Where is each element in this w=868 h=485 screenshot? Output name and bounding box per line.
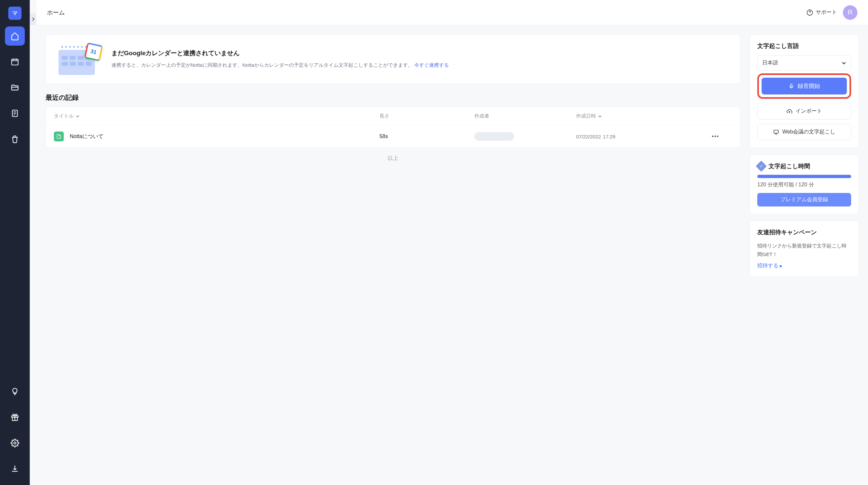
sidebar: マ (0, 0, 30, 485)
chevron-down-icon (842, 61, 846, 65)
row-author-placeholder (474, 132, 514, 141)
banner-title: まだGoogleカレンダーと連携されていません (112, 49, 449, 58)
usage-progress-bar (757, 175, 851, 178)
svg-rect-7 (774, 130, 778, 133)
transcription-time-card: ✓ 文字起こし時間 120 分使用可能 / 120 分 プレミアム会員登録 (750, 155, 859, 214)
sidebar-expand-toggle[interactable] (30, 13, 36, 25)
chevron-down-icon (598, 114, 602, 118)
table-row[interactable]: Nottaについて 58s 07/22/2022 17:29 ••• (46, 126, 740, 147)
row-more-button[interactable]: ••• (712, 133, 732, 139)
google-calendar-banner: 31 まだGoogleカレンダーと連携されていません 連携すると、カレンダー上の… (45, 34, 740, 84)
language-actions-card: 文字起こし言語 日本語 録音開始 (750, 34, 859, 148)
web-meeting-button[interactable]: Web会議の文字起こし (757, 124, 851, 140)
diamond-badge-icon: ✓ (755, 161, 767, 172)
notes-icon (10, 109, 19, 118)
gear-icon (10, 439, 19, 447)
language-value: 日本語 (762, 60, 778, 66)
transcription-language-title: 文字起こし言語 (757, 42, 851, 50)
calendar-icon (10, 58, 19, 66)
nav-tips[interactable] (5, 382, 25, 401)
nav-home[interactable] (5, 26, 25, 45)
nav-gift[interactable] (5, 408, 25, 427)
recent-records-heading: 最近の記録 (45, 93, 740, 102)
usage-text: 120 分使用可能 / 120 分 (757, 182, 851, 188)
google-calendar-icon: 31 (84, 43, 103, 61)
upload-cloud-icon (786, 108, 792, 114)
page-title: ホーム (47, 9, 65, 17)
lightbulb-icon (10, 387, 19, 396)
nav-calendar[interactable] (5, 52, 25, 71)
mic-icon (788, 83, 794, 89)
support-label: サポート (816, 9, 837, 16)
home-icon (10, 32, 19, 40)
help-icon (807, 9, 813, 16)
invite-title: 友達招待キャンペーン (757, 228, 851, 236)
language-select[interactable]: 日本語 (757, 55, 851, 71)
download-icon (10, 464, 19, 473)
calendar-illustration: 31 (55, 43, 101, 76)
svg-rect-0 (11, 59, 18, 65)
import-button[interactable]: インポート (757, 103, 851, 120)
start-recording-button[interactable]: 録音開始 (762, 78, 847, 95)
caret-right-icon: ▸ (780, 263, 782, 269)
record-button-highlight: 録音開始 (757, 73, 851, 99)
transcription-time-title: 文字起こし時間 (769, 162, 810, 170)
folder-icon (10, 83, 19, 92)
col-author: 作成者 (474, 113, 576, 119)
trash-icon (10, 135, 19, 143)
nav-trash[interactable] (5, 130, 25, 149)
records-table: タイトル 長さ 作成者 作成日時 (45, 107, 740, 148)
row-title: Nottaについて (70, 133, 103, 140)
row-date: 07/22/2022 (576, 133, 601, 140)
gift-icon (10, 413, 19, 422)
presentation-icon (773, 129, 779, 135)
app-logo[interactable]: マ (8, 7, 22, 20)
nav-notes[interactable] (5, 104, 25, 123)
nav-settings[interactable] (5, 433, 25, 453)
row-length: 58s (379, 133, 474, 139)
chevron-right-icon (31, 17, 35, 22)
banner-body: 連携すると、カレンダー上の予定がNottaに同期されます。Nottaからカレンダ… (112, 61, 449, 69)
col-length: 長さ (379, 113, 474, 119)
nav-folder[interactable] (5, 78, 25, 97)
invite-card: 友達招待キャンペーン 招待リンクから新規登録で文字起こし時間GET！ 招待する … (750, 221, 859, 277)
banner-connect-link[interactable]: 今すぐ連携する (414, 62, 449, 68)
invite-link[interactable]: 招待する ▸ (757, 262, 851, 269)
note-file-icon (54, 131, 64, 141)
user-avatar[interactable]: R (843, 5, 858, 20)
col-date[interactable]: 作成日時 (576, 113, 712, 119)
col-title[interactable]: タイトル (54, 113, 379, 119)
topbar: ホーム サポート R (36, 0, 868, 25)
row-time: 17:29 (603, 133, 616, 140)
premium-register-button[interactable]: プレミアム会員登録 (757, 193, 851, 206)
nav-download[interactable] (5, 459, 25, 478)
list-end-marker: 以上 (45, 155, 740, 162)
svg-rect-6 (790, 84, 792, 87)
chevron-down-icon (76, 114, 80, 118)
svg-point-4 (14, 442, 16, 444)
invite-description: 招待リンクから新規登録で文字起こし時間GET！ (757, 241, 851, 258)
support-link[interactable]: サポート (807, 9, 837, 16)
